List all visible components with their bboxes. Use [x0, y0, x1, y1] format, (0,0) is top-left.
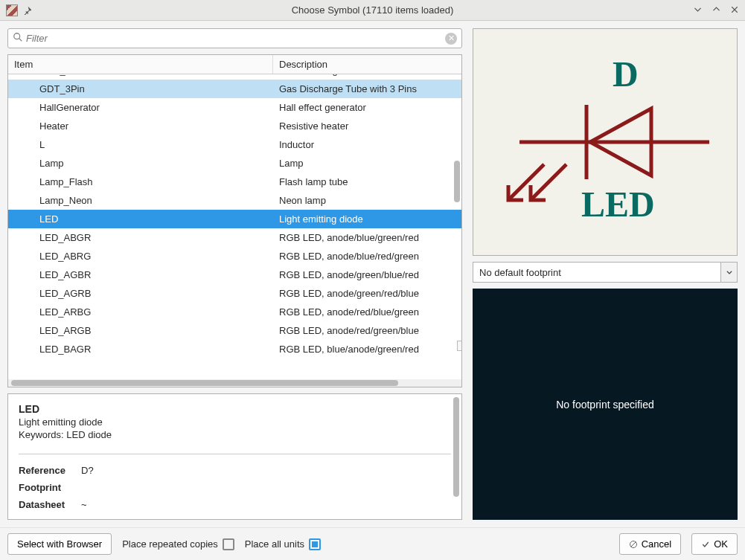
svg-line-5 — [508, 164, 544, 200]
close-button[interactable] — [730, 4, 739, 16]
table-row[interactable]: GDT_3PinGas Discharge Tube with 3 Pins — [8, 80, 461, 98]
row-description: Lamp — [273, 158, 461, 169]
checkbox-icon — [223, 538, 234, 550]
svg-line-9 — [630, 541, 636, 547]
place-all-units-checkbox[interactable]: Place all units — [245, 538, 321, 550]
footprint-select-text: No default footprint — [473, 267, 720, 278]
table-row[interactable]: LED_BAGRRGB LED, blue/anode/green/red — [8, 340, 461, 358]
svg-line-1 — [19, 39, 22, 42]
pane-resize-grip[interactable] — [457, 341, 461, 351]
minimize-button[interactable] — [693, 4, 703, 16]
row-description: Resistive heater — [273, 120, 461, 132]
vertical-scrollbar[interactable] — [454, 161, 460, 202]
ok-button[interactable]: OK — [691, 533, 738, 555]
row-description: RGB LED, anode/red/blue/green — [273, 306, 461, 318]
cancel-icon — [629, 540, 638, 549]
column-description[interactable]: Description — [273, 55, 461, 74]
detail-footprint: Footprint — [19, 482, 451, 493]
row-description: Gas Discharge Tube with 3 Pins — [273, 83, 461, 94]
table-row[interactable]: LED_ARBGRGB LED, anode/red/blue/green — [8, 303, 461, 321]
list-header: Item Description — [8, 55, 461, 74]
row-item: LED_BAGR — [8, 344, 273, 355]
table-row[interactable]: LED_ABGRRGB LED, anode/blue/green/red — [8, 228, 461, 247]
horizontal-scrollbar[interactable] — [8, 379, 461, 387]
detail-description: Light emitting diode — [19, 416, 451, 428]
row-description: RGB LED, anode/red/green/blue — [273, 325, 461, 336]
search-icon — [13, 32, 23, 45]
svg-text:D: D — [613, 54, 639, 94]
detail-datasheet: Datasheet ~ — [19, 499, 451, 510]
table-row[interactable]: Lamp_FlashFlash lamp tube — [8, 173, 461, 191]
footprint-preview[interactable]: No footprint specified — [473, 289, 738, 520]
footprint-preview-message: No footprint specified — [556, 399, 654, 411]
app-icon — [6, 4, 18, 16]
row-item: GDT_2Pin — [8, 74, 273, 76]
titlebar: Choose Symbol (17110 items loaded) — [0, 0, 745, 21]
row-description: Inductor — [273, 139, 461, 150]
filter-bar: ✕ — [7, 28, 462, 48]
row-description: RGB LED, anode/green/blue/red — [273, 269, 461, 280]
table-row[interactable]: LED_ABRGRGB LED, anode/blue/red/green — [8, 247, 461, 265]
row-item: Lamp — [8, 158, 273, 169]
footprint-select[interactable]: No default footprint — [473, 262, 738, 283]
row-item: Lamp_Flash — [8, 176, 273, 187]
svg-point-0 — [14, 33, 20, 39]
row-item: LED_ARBG — [8, 306, 273, 318]
bottom-bar: Select with Browser Place repeated copie… — [0, 527, 745, 560]
row-description: RGB LED, blue/anode/green/red — [273, 344, 461, 355]
select-with-browser-button[interactable]: Select with Browser — [7, 533, 112, 555]
clear-filter-icon[interactable]: ✕ — [445, 33, 457, 45]
detail-keywords: Keywords: LED diode — [19, 429, 451, 440]
row-item: LED_ABRG — [8, 251, 273, 262]
row-item: GDT_3Pin — [8, 83, 273, 94]
table-row[interactable]: LampLamp — [8, 154, 461, 173]
row-item: Heater — [8, 120, 273, 132]
row-item: L — [8, 139, 273, 150]
detail-reference: Reference D? — [19, 465, 451, 476]
row-item: LED_ABGR — [8, 232, 273, 243]
column-item[interactable]: Item — [8, 55, 273, 74]
table-row[interactable]: LED_ARGBRGB LED, anode/red/green/blue — [8, 321, 461, 340]
row-item: LED_ARGB — [8, 325, 273, 336]
table-row[interactable]: LInductor — [8, 135, 461, 154]
svg-line-4 — [531, 164, 566, 200]
table-row[interactable]: GDT_2PinGas Discharge Tube with 2 Pins — [8, 74, 461, 80]
pin-icon[interactable] — [22, 5, 33, 16]
row-item: Lamp_Neon — [8, 195, 273, 206]
symbol-list: Item Description GDT_2PinGas Discharge T… — [7, 54, 462, 387]
cancel-button[interactable]: Cancel — [619, 533, 681, 555]
row-item: HallGenerator — [8, 102, 273, 113]
chevron-down-icon[interactable] — [720, 263, 737, 282]
table-row[interactable]: LEDLight emitting diode — [8, 210, 461, 228]
check-icon — [701, 540, 710, 549]
detail-name: LED — [19, 403, 451, 415]
symbol-preview[interactable]: D LED — [473, 28, 738, 256]
svg-text:LED: LED — [581, 184, 655, 224]
filter-input[interactable] — [26, 33, 442, 44]
table-row[interactable]: HallGeneratorHall effect generator — [8, 98, 461, 117]
place-repeated-checkbox[interactable]: Place repeated copies — [122, 538, 234, 550]
row-description: RGB LED, anode/blue/green/red — [273, 232, 461, 243]
details-panel: LED Light emitting diode Keywords: LED d… — [7, 393, 462, 520]
row-description: RGB LED, anode/blue/red/green — [273, 251, 461, 262]
row-item: LED_AGBR — [8, 269, 273, 280]
row-description: Hall effect generator — [273, 102, 461, 113]
table-row[interactable]: Lamp_NeonNeon lamp — [8, 191, 461, 210]
row-description: Neon lamp — [273, 195, 461, 206]
window-title: Choose Symbol (17110 items loaded) — [51, 4, 694, 16]
checkbox-icon — [309, 538, 321, 550]
row-description: RGB LED, anode/green/red/blue — [273, 288, 461, 299]
row-item: LED — [8, 213, 273, 225]
row-description: Gas Discharge Tube with 2 Pins — [273, 74, 461, 76]
row-item: LED_AGRB — [8, 288, 273, 299]
led-symbol-icon: D LED — [486, 45, 724, 239]
row-description: Flash lamp tube — [273, 176, 461, 187]
maximize-button[interactable] — [712, 4, 721, 16]
table-row[interactable]: LED_AGBRRGB LED, anode/green/blue/red — [8, 265, 461, 284]
table-row[interactable]: HeaterResistive heater — [8, 117, 461, 135]
details-scrollbar[interactable] — [453, 397, 459, 497]
row-description: Light emitting diode — [273, 213, 461, 225]
table-row[interactable]: LED_AGRBRGB LED, anode/green/red/blue — [8, 284, 461, 303]
